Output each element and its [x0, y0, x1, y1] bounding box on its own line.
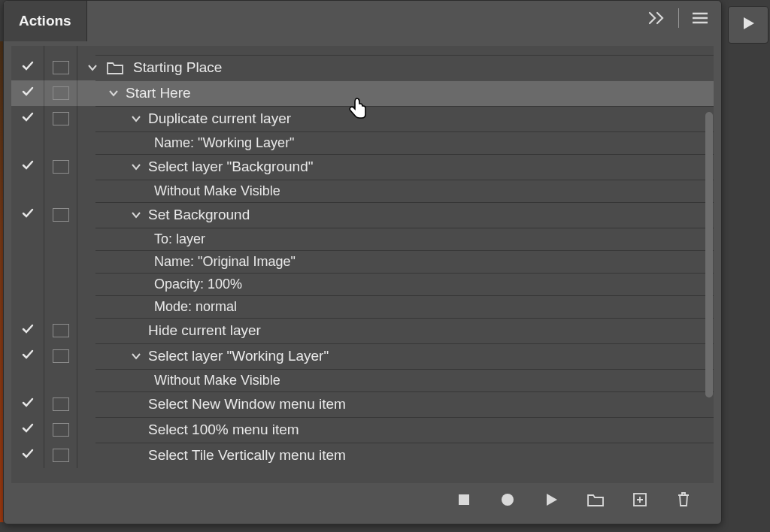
- chevron-down-icon[interactable]: [129, 113, 144, 125]
- toggle-enabled-icon[interactable]: [21, 396, 35, 413]
- toggle-dialog-icon[interactable]: [53, 349, 69, 363]
- chevron-down-icon[interactable]: [129, 209, 144, 221]
- svg-rect-0: [459, 494, 469, 505]
- action-step-row[interactable]: Select 100% menu item: [11, 417, 714, 443]
- chevron-down-icon[interactable]: [85, 62, 100, 74]
- action-step-detail: To: layer: [11, 228, 714, 250]
- action-step-detail: Without Make Visible: [11, 369, 714, 391]
- play-panel-button[interactable]: [728, 6, 768, 44]
- step-detail-text: Without Make Visible: [150, 183, 280, 198]
- chevron-down-icon[interactable]: [129, 350, 144, 362]
- step-detail-text: Opacity: 100%: [150, 277, 242, 292]
- actions-panel: Actions: [3, 0, 722, 524]
- toggle-enabled-icon[interactable]: [21, 322, 35, 339]
- action-set-label: Starting Place: [129, 59, 222, 76]
- actions-tab[interactable]: Actions: [4, 1, 87, 41]
- action-step-detail: Opacity: 100%: [11, 273, 714, 295]
- divider: [678, 8, 679, 28]
- toggle-dialog-icon[interactable]: [53, 208, 69, 222]
- step-label: Duplicate current layer: [144, 110, 291, 127]
- step-detail-text: To: layer: [150, 231, 205, 246]
- action-step-row[interactable]: Hide current layer: [11, 318, 714, 343]
- action-label: Start Here: [121, 85, 191, 101]
- action-step-detail: Name: "Working Layer": [11, 131, 714, 154]
- action-step-row[interactable]: Set Background: [11, 202, 714, 228]
- step-label: Select layer "Working Layer": [144, 348, 329, 364]
- action-step-row[interactable]: Select New Window menu item: [11, 391, 714, 417]
- chevron-down-icon[interactable]: [106, 87, 121, 99]
- actions-toolbar: [11, 483, 714, 516]
- toggle-enabled-icon[interactable]: [21, 422, 35, 438]
- stop-button[interactable]: [456, 492, 471, 507]
- toggle-dialog-icon[interactable]: [53, 160, 69, 174]
- action-step-row[interactable]: Select layer "Background": [11, 154, 714, 180]
- step-label: Select 100% menu item: [144, 422, 299, 438]
- record-button[interactable]: [500, 492, 515, 507]
- toggle-dialog-icon[interactable]: [53, 61, 69, 74]
- action-step-detail: Mode: normal: [11, 295, 714, 318]
- toggle-enabled-icon[interactable]: [21, 159, 35, 175]
- action-step-row[interactable]: Select Tile Vertically menu item: [11, 443, 714, 468]
- svg-point-1: [502, 494, 514, 506]
- toggle-dialog-icon[interactable]: [53, 86, 69, 100]
- new-set-button[interactable]: [587, 492, 604, 507]
- panel-title: Actions: [19, 13, 71, 29]
- step-detail-text: Without Make Visible: [150, 373, 280, 388]
- toggle-dialog-icon[interactable]: [53, 449, 69, 462]
- action-row[interactable]: Start Here: [11, 80, 714, 106]
- scrollbar-thumb[interactable]: [705, 112, 713, 397]
- list-row-partial: [11, 46, 714, 55]
- new-action-button[interactable]: [632, 492, 647, 507]
- toggle-enabled-icon[interactable]: [21, 348, 35, 364]
- folder-icon: [106, 60, 124, 75]
- action-step-row[interactable]: Select layer "Working Layer": [11, 343, 714, 369]
- action-step-detail: Without Make Visible: [11, 180, 714, 202]
- actions-list: Starting Place Start Here: [11, 46, 714, 483]
- toggle-dialog-icon[interactable]: [53, 423, 69, 437]
- toggle-enabled-icon[interactable]: [21, 85, 35, 101]
- action-step-row[interactable]: Duplicate current layer: [11, 106, 714, 131]
- step-label: Select New Window menu item: [144, 396, 346, 413]
- toggle-dialog-icon[interactable]: [53, 112, 69, 125]
- chevron-down-icon[interactable]: [129, 161, 144, 173]
- step-detail-text: Name: "Original Image": [150, 254, 296, 269]
- panel-menu-icon[interactable]: [691, 11, 709, 26]
- delete-button[interactable]: [676, 491, 691, 508]
- toggle-enabled-icon[interactable]: [21, 207, 35, 223]
- panel-header: Actions: [4, 1, 721, 41]
- action-step-detail: Name: "Original Image": [11, 250, 714, 273]
- toggle-dialog-icon[interactable]: [53, 324, 69, 337]
- action-set-row[interactable]: Starting Place: [11, 55, 714, 80]
- toggle-dialog-icon[interactable]: [53, 397, 69, 411]
- play-icon: [739, 14, 757, 35]
- collapse-panels-icon[interactable]: [648, 11, 666, 26]
- scrollbar[interactable]: [705, 112, 713, 428]
- step-label: Select layer "Background": [144, 159, 313, 175]
- toggle-enabled-icon[interactable]: [21, 447, 35, 464]
- panel-header-controls: [648, 1, 721, 28]
- step-detail-text: Mode: normal: [150, 299, 237, 314]
- step-label: Hide current layer: [144, 322, 261, 339]
- toggle-enabled-icon[interactable]: [21, 59, 35, 76]
- play-button[interactable]: [544, 492, 559, 507]
- toggle-enabled-icon[interactable]: [21, 110, 35, 127]
- step-label: Set Background: [144, 207, 250, 223]
- step-label: Select Tile Vertically menu item: [144, 447, 346, 464]
- step-detail-text: Name: "Working Layer": [150, 135, 295, 150]
